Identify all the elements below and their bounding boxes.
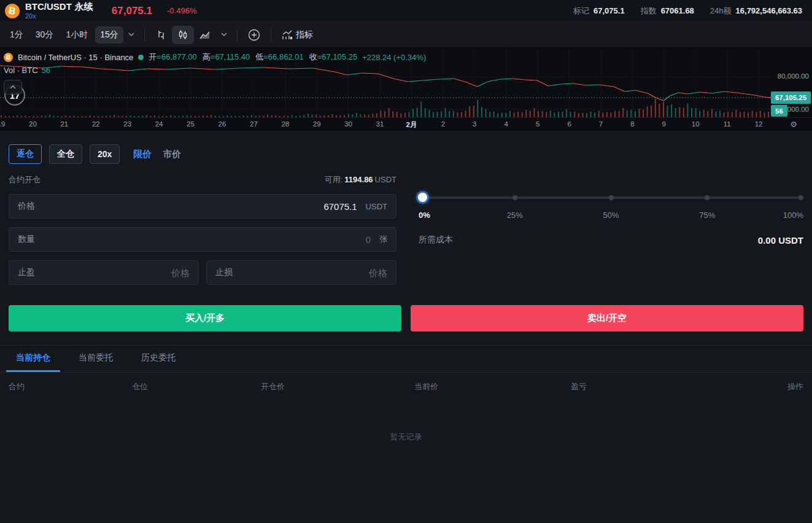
- time-label: 20: [29, 120, 37, 128]
- order-mode-row: 逐仓全仓20x限价市价: [9, 144, 396, 164]
- market-stats: 标记67,075.1指数67061.6824h额16,792,546,663.6…: [573, 6, 802, 17]
- column-header: 合约: [9, 381, 132, 392]
- stop-loss-input[interactable]: [233, 268, 387, 278]
- market-stat: 标记67,075.1: [573, 6, 625, 17]
- stat-value: 16,792,546,663.63: [736, 6, 802, 15]
- market-stat: 指数67061.68: [641, 6, 694, 17]
- order-type-tab[interactable]: 限价: [133, 149, 152, 160]
- interval-button[interactable]: 1分: [5, 26, 28, 44]
- current-price-badge: 67,105.25: [771, 91, 811, 104]
- leverage-tag: 20x: [25, 12, 93, 20]
- ohlc-change: +228.24 (+0.34%): [362, 53, 426, 62]
- last-price: 67,075.1: [112, 5, 152, 17]
- time-label: 30: [344, 120, 352, 128]
- positions-tab[interactable]: 当前委托: [69, 345, 123, 372]
- slider-handle[interactable]: [418, 193, 427, 202]
- positions-tabs: 当前持仓当前委托历史委托: [0, 346, 812, 373]
- time-label: 25: [187, 120, 195, 128]
- stop-loss-label: 止损: [215, 267, 233, 278]
- price-axis-label: 80,000.00: [778, 72, 809, 80]
- slider-percent-labels: 0%25%50%75%100%: [419, 211, 803, 220]
- time-label: 3: [473, 120, 476, 128]
- time-label: 24: [155, 120, 163, 128]
- interval-button[interactable]: 15分: [95, 26, 123, 44]
- bar-chart-type-button[interactable]: [150, 26, 172, 44]
- indicators-button[interactable]: 指标: [276, 26, 318, 44]
- interval-button[interactable]: 30分: [31, 26, 59, 44]
- time-label: 6: [567, 120, 571, 128]
- area-chart-type-button[interactable]: [194, 26, 216, 44]
- chevron-up-icon: [10, 85, 16, 89]
- trading-app: Ƀ BTC/USDT永续 20x 67,075.1 -0.496% 标记67,0…: [0, 0, 812, 523]
- slider-tick-100[interactable]: [798, 195, 803, 200]
- take-profit-input[interactable]: [35, 268, 190, 278]
- price-field[interactable]: 价格 USDT: [9, 194, 396, 219]
- ohlc-value: =67,105.25: [317, 52, 357, 61]
- price-change-pct: -0.496%: [167, 6, 196, 15]
- interval-dropdown-button[interactable]: [123, 29, 139, 40]
- toolbar-divider: [144, 28, 145, 42]
- ohlc-item: 低=66,862.01: [255, 52, 303, 63]
- margin-mode-button[interactable]: 全仓: [49, 144, 82, 164]
- volume-label: Vol · BTC: [4, 66, 38, 75]
- ohlc-label: 收: [309, 52, 317, 61]
- positions-tab[interactable]: 当前持仓: [6, 345, 60, 372]
- order-type-tab[interactable]: 市价: [163, 149, 181, 160]
- btc-mini-icon: Ƀ: [4, 53, 13, 62]
- amount-percent-slider[interactable]: [419, 193, 803, 203]
- market-stat: 24h额16,792,546,663.63: [710, 6, 802, 17]
- ohlc-value: =66,877.00: [157, 52, 196, 61]
- buy-long-button[interactable]: 买入/开多: [9, 305, 401, 331]
- chart-legend: Ƀ Bitcoin / TetherUS · 15 · Binance 开=66…: [4, 52, 426, 63]
- amount-field-suffix: 张: [379, 234, 387, 245]
- leverage-button[interactable]: 20x: [90, 144, 120, 164]
- time-axis[interactable]: 192021222324252627282930312月234567891011…: [0, 117, 812, 131]
- amount-field[interactable]: 数量 张: [9, 227, 396, 252]
- chart-collapse-button[interactable]: [4, 80, 22, 95]
- margin-mode-button[interactable]: 逐仓: [9, 144, 42, 164]
- empty-records-text: 暂无记录: [0, 432, 812, 443]
- slider-tick-75[interactable]: [705, 195, 710, 200]
- chevron-down-icon: [221, 33, 227, 37]
- candle-chart-type-button[interactable]: [172, 26, 194, 44]
- stat-label: 指数: [641, 6, 657, 17]
- contract-type: 永续: [75, 1, 93, 12]
- ohlc-label: 开: [149, 52, 157, 61]
- price-chart[interactable]: Ƀ Bitcoin / TetherUS · 15 · Binance 开=66…: [0, 48, 812, 131]
- interval-button[interactable]: 1小时: [61, 26, 93, 44]
- amount-input[interactable]: [35, 234, 371, 245]
- chart-type-dropdown-button[interactable]: [216, 29, 232, 40]
- time-label: 21: [60, 120, 68, 128]
- cost-value: 0.00 USDT: [758, 235, 803, 246]
- axis-settings-gear-icon[interactable]: ⚙: [790, 120, 797, 129]
- indicators-label: 指标: [296, 29, 313, 41]
- volume-value: 56: [42, 66, 50, 75]
- time-label: 22: [92, 120, 100, 128]
- stat-value: 67061.68: [661, 6, 694, 15]
- sell-short-button[interactable]: 卖出/开空: [411, 305, 803, 331]
- cost-label: 所需成本: [419, 234, 453, 246]
- price-input[interactable]: [35, 201, 357, 212]
- column-header: 仓位: [132, 381, 261, 392]
- take-profit-field[interactable]: 止盈: [9, 260, 199, 285]
- column-header: 当前价: [414, 381, 571, 392]
- time-label: 9: [662, 120, 666, 128]
- symbol-name: BTC/USDT: [25, 1, 72, 12]
- time-label: 10: [692, 120, 700, 128]
- plus-circle-icon: [247, 28, 261, 42]
- slider-percent-label: 0%: [419, 211, 430, 220]
- symbol-selector[interactable]: BTC/USDT永续 20x: [25, 2, 93, 20]
- ohlc-item: 高=67,115.40: [203, 52, 250, 63]
- slider-tick-50[interactable]: [609, 195, 614, 200]
- time-label: 7: [599, 120, 603, 128]
- available-balance: 可用:1194.86USDT: [325, 174, 396, 185]
- time-label: 19: [0, 120, 5, 128]
- price-axis[interactable]: 80,000.00 000.00 67,105.25 56: [771, 48, 812, 117]
- stop-loss-field[interactable]: 止损: [206, 260, 396, 285]
- positions-tab[interactable]: 历史委托: [131, 345, 185, 372]
- slider-tick-25[interactable]: [512, 195, 517, 200]
- time-label: 8: [630, 120, 634, 128]
- compare-add-symbol-button[interactable]: [242, 25, 266, 45]
- ohlc-values: 开=66,877.00高=67,115.40低=66,862.01收=67,10…: [149, 52, 357, 63]
- toolbar-divider: [237, 28, 238, 42]
